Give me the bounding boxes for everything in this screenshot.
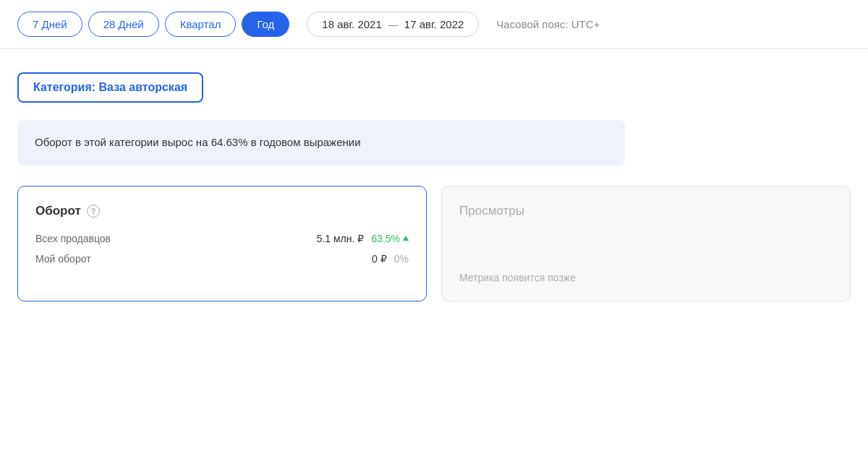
main-content: Категория: Ваза авторская Оборот в этой … xyxy=(0,49,868,325)
metric-all-sellers-values: 5.1 млн. ₽ 63.5% xyxy=(317,233,409,244)
category-badge[interactable]: Категория: Ваза авторская xyxy=(17,72,203,103)
card-oborot-title: Оборот xyxy=(35,204,81,218)
timezone-label: Часовой пояс: UTC+ xyxy=(496,18,600,30)
metric-all-sellers-label: Всех продавцов xyxy=(35,233,111,244)
card-oborot: Оборот ? Всех продавцов 5.1 млн. ₽ 63.5%… xyxy=(17,186,427,301)
card-prosmotr-title: Просмотры xyxy=(459,204,833,218)
card-prosmotr-placeholder: Метрика появится позже xyxy=(459,257,833,283)
category-label: Категория: Ваза авторская xyxy=(33,81,187,94)
metric-my-oborot-amount: 0 ₽ xyxy=(372,253,387,265)
metric-my-oborot-label: Мой оборот xyxy=(35,253,91,265)
metric-my-oborot-values: 0 ₽ 0% xyxy=(372,253,409,265)
top-bar: 7 Дней 28 Дней Квартал Год 18 авг. 2021 … xyxy=(0,0,868,49)
period-28days-button[interactable]: 28 Дней xyxy=(88,12,159,37)
card-oborot-title-row: Оборот ? xyxy=(35,204,409,218)
metric-row-my-oborot: Мой оборот 0 ₽ 0% xyxy=(35,253,409,265)
info-banner: Оборот в этой категории вырос на 64.63% … xyxy=(17,120,625,166)
period-quarter-button[interactable]: Квартал xyxy=(165,12,237,37)
trend-up-icon xyxy=(403,236,409,241)
oborot-help-icon[interactable]: ? xyxy=(87,205,100,218)
card-prosmotr: Просмотры Метрика появится позже xyxy=(441,186,851,301)
period-year-button[interactable]: Год xyxy=(242,12,289,37)
metric-all-sellers-amount: 5.1 млн. ₽ xyxy=(317,233,365,244)
metric-all-sellers-percent: 63.5% xyxy=(371,233,409,244)
metric-row-all-sellers: Всех продавцов 5.1 млн. ₽ 63.5% xyxy=(35,233,409,244)
date-range[interactable]: 18 авг. 2021 — 17 авг. 2022 xyxy=(307,12,479,37)
date-to: 17 авг. 2022 xyxy=(404,18,464,30)
date-dash: — xyxy=(388,18,399,30)
cards-row: Оборот ? Всех продавцов 5.1 млн. ₽ 63.5%… xyxy=(17,186,851,301)
metric-my-oborot-percent: 0% xyxy=(394,253,409,265)
period-7days-button[interactable]: 7 Дней xyxy=(17,12,82,37)
info-banner-text: Оборот в этой категории вырос на 64.63% … xyxy=(35,134,608,151)
date-from: 18 авг. 2021 xyxy=(322,18,382,30)
